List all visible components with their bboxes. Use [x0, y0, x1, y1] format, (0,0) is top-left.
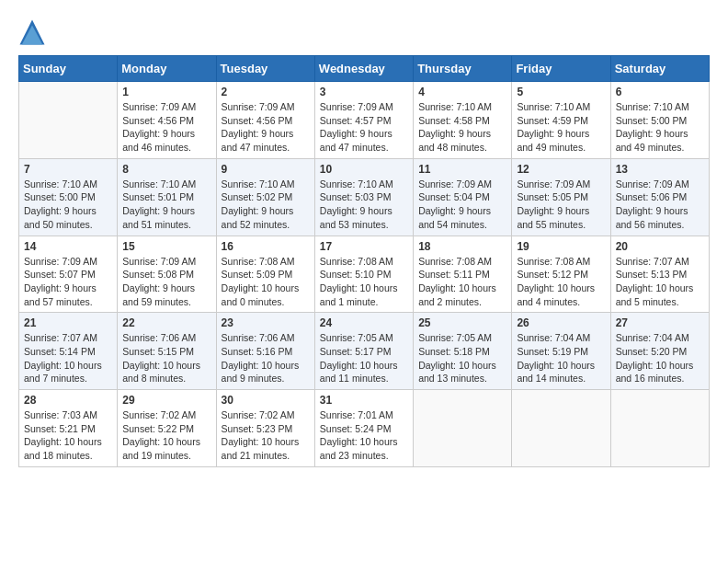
- calendar-cell: 20Sunrise: 7:07 AM Sunset: 5:13 PM Dayli…: [610, 236, 709, 313]
- header-thursday: Thursday: [414, 56, 512, 82]
- day-number: 25: [418, 316, 506, 329]
- calendar-cell: [610, 390, 709, 467]
- calendar-cell: 19Sunrise: 7:08 AM Sunset: 5:12 PM Dayli…: [512, 236, 610, 313]
- calendar-table: SundayMondayTuesdayWednesdayThursdayFrid…: [18, 55, 710, 467]
- day-info: Sunrise: 7:01 AM Sunset: 5:24 PM Dayligh…: [320, 408, 408, 463]
- calendar-cell: 17Sunrise: 7:08 AM Sunset: 5:10 PM Dayli…: [314, 236, 413, 313]
- day-info: Sunrise: 7:10 AM Sunset: 4:59 PM Dayligh…: [517, 100, 605, 155]
- day-info: Sunrise: 7:02 AM Sunset: 5:22 PM Dayligh…: [122, 408, 210, 463]
- day-number: 7: [24, 163, 112, 176]
- calendar-header-row: SundayMondayTuesdayWednesdayThursdayFrid…: [19, 56, 710, 82]
- calendar-cell: 26Sunrise: 7:04 AM Sunset: 5:19 PM Dayli…: [512, 313, 610, 390]
- day-number: 15: [122, 240, 210, 253]
- day-info: Sunrise: 7:05 AM Sunset: 5:17 PM Dayligh…: [320, 331, 408, 385]
- header-monday: Monday: [118, 56, 216, 82]
- calendar-cell: 5Sunrise: 7:10 AM Sunset: 4:59 PM Daylig…: [512, 82, 610, 159]
- header-saturday: Saturday: [610, 56, 709, 82]
- day-number: 17: [320, 240, 408, 253]
- day-info: Sunrise: 7:06 AM Sunset: 5:15 PM Dayligh…: [122, 331, 210, 385]
- day-info: Sunrise: 7:09 AM Sunset: 5:05 PM Dayligh…: [517, 178, 605, 232]
- day-info: Sunrise: 7:08 AM Sunset: 5:09 PM Dayligh…: [222, 255, 310, 309]
- calendar-cell: 7Sunrise: 7:10 AM Sunset: 5:00 PM Daylig…: [19, 158, 118, 236]
- calendar-cell: 18Sunrise: 7:08 AM Sunset: 5:11 PM Dayli…: [414, 236, 512, 313]
- day-info: Sunrise: 7:04 AM Sunset: 5:19 PM Dayligh…: [517, 331, 605, 385]
- header-sunday: Sunday: [19, 56, 118, 82]
- day-number: 21: [24, 316, 112, 329]
- day-number: 28: [24, 394, 112, 407]
- calendar-cell: 8Sunrise: 7:10 AM Sunset: 5:01 PM Daylig…: [118, 158, 216, 236]
- day-info: Sunrise: 7:06 AM Sunset: 5:16 PM Dayligh…: [222, 331, 310, 385]
- day-number: 29: [122, 394, 210, 407]
- calendar-cell: [414, 390, 512, 467]
- day-info: Sunrise: 7:07 AM Sunset: 5:14 PM Dayligh…: [24, 331, 112, 385]
- calendar-week-row: 1Sunrise: 7:09 AM Sunset: 4:56 PM Daylig…: [19, 82, 710, 159]
- calendar-cell: [512, 390, 610, 467]
- day-number: 3: [320, 86, 408, 98]
- calendar-cell: 14Sunrise: 7:09 AM Sunset: 5:07 PM Dayli…: [19, 236, 118, 313]
- header-tuesday: Tuesday: [216, 56, 314, 82]
- calendar-cell: 31Sunrise: 7:01 AM Sunset: 5:24 PM Dayli…: [314, 390, 413, 467]
- day-number: 13: [616, 163, 704, 176]
- day-number: 23: [222, 316, 310, 329]
- calendar-cell: 10Sunrise: 7:10 AM Sunset: 5:03 PM Dayli…: [314, 158, 413, 236]
- day-info: Sunrise: 7:10 AM Sunset: 5:02 PM Dayligh…: [222, 178, 310, 232]
- day-info: Sunrise: 7:08 AM Sunset: 5:12 PM Dayligh…: [517, 255, 605, 309]
- day-info: Sunrise: 7:09 AM Sunset: 5:08 PM Dayligh…: [122, 255, 210, 309]
- calendar-cell: 11Sunrise: 7:09 AM Sunset: 5:04 PM Dayli…: [414, 158, 512, 236]
- day-number: 31: [320, 394, 408, 407]
- calendar-cell: 29Sunrise: 7:02 AM Sunset: 5:22 PM Dayli…: [118, 390, 216, 467]
- calendar-cell: 23Sunrise: 7:06 AM Sunset: 5:16 PM Dayli…: [216, 313, 314, 390]
- day-info: Sunrise: 7:09 AM Sunset: 4:56 PM Dayligh…: [222, 100, 310, 155]
- day-number: 4: [418, 86, 506, 98]
- day-info: Sunrise: 7:10 AM Sunset: 5:01 PM Dayligh…: [122, 178, 210, 232]
- day-info: Sunrise: 7:10 AM Sunset: 5:03 PM Dayligh…: [320, 178, 408, 232]
- calendar-cell: [19, 82, 118, 159]
- day-info: Sunrise: 7:10 AM Sunset: 4:58 PM Dayligh…: [418, 100, 506, 155]
- logo: [18, 18, 50, 46]
- day-info: Sunrise: 7:02 AM Sunset: 5:23 PM Dayligh…: [222, 408, 310, 463]
- day-number: 2: [222, 86, 310, 98]
- header-wednesday: Wednesday: [314, 56, 413, 82]
- calendar-cell: 21Sunrise: 7:07 AM Sunset: 5:14 PM Dayli…: [19, 313, 118, 390]
- day-number: 27: [616, 316, 704, 329]
- day-info: Sunrise: 7:09 AM Sunset: 5:04 PM Dayligh…: [418, 178, 506, 232]
- day-number: 20: [616, 240, 704, 253]
- calendar-week-row: 7Sunrise: 7:10 AM Sunset: 5:00 PM Daylig…: [19, 158, 710, 236]
- page-header: [18, 18, 710, 46]
- calendar-week-row: 21Sunrise: 7:07 AM Sunset: 5:14 PM Dayli…: [19, 313, 710, 390]
- day-number: 1: [122, 86, 210, 98]
- calendar-cell: 3Sunrise: 7:09 AM Sunset: 4:57 PM Daylig…: [314, 82, 413, 159]
- calendar-week-row: 28Sunrise: 7:03 AM Sunset: 5:21 PM Dayli…: [19, 390, 710, 467]
- day-number: 19: [517, 240, 605, 253]
- calendar-cell: 16Sunrise: 7:08 AM Sunset: 5:09 PM Dayli…: [216, 236, 314, 313]
- calendar-cell: 1Sunrise: 7:09 AM Sunset: 4:56 PM Daylig…: [118, 82, 216, 159]
- calendar-cell: 9Sunrise: 7:10 AM Sunset: 5:02 PM Daylig…: [216, 158, 314, 236]
- calendar-cell: 22Sunrise: 7:06 AM Sunset: 5:15 PM Dayli…: [118, 313, 216, 390]
- day-number: 26: [517, 316, 605, 329]
- day-number: 9: [222, 163, 310, 176]
- day-number: 24: [320, 316, 408, 329]
- header-friday: Friday: [512, 56, 610, 82]
- day-info: Sunrise: 7:03 AM Sunset: 5:21 PM Dayligh…: [24, 408, 112, 463]
- day-number: 30: [222, 394, 310, 407]
- day-info: Sunrise: 7:04 AM Sunset: 5:20 PM Dayligh…: [616, 331, 704, 385]
- calendar-cell: 15Sunrise: 7:09 AM Sunset: 5:08 PM Dayli…: [118, 236, 216, 313]
- day-info: Sunrise: 7:08 AM Sunset: 5:11 PM Dayligh…: [418, 255, 506, 309]
- calendar-cell: 12Sunrise: 7:09 AM Sunset: 5:05 PM Dayli…: [512, 158, 610, 236]
- calendar-cell: 28Sunrise: 7:03 AM Sunset: 5:21 PM Dayli…: [19, 390, 118, 467]
- calendar-cell: 25Sunrise: 7:05 AM Sunset: 5:18 PM Dayli…: [414, 313, 512, 390]
- day-info: Sunrise: 7:09 AM Sunset: 5:06 PM Dayligh…: [616, 178, 704, 232]
- calendar-cell: 4Sunrise: 7:10 AM Sunset: 4:58 PM Daylig…: [414, 82, 512, 159]
- calendar-cell: 13Sunrise: 7:09 AM Sunset: 5:06 PM Dayli…: [610, 158, 709, 236]
- calendar-cell: 30Sunrise: 7:02 AM Sunset: 5:23 PM Dayli…: [216, 390, 314, 467]
- calendar-cell: 6Sunrise: 7:10 AM Sunset: 5:00 PM Daylig…: [610, 82, 709, 159]
- day-number: 11: [418, 163, 506, 176]
- day-info: Sunrise: 7:10 AM Sunset: 5:00 PM Dayligh…: [616, 100, 704, 155]
- day-info: Sunrise: 7:10 AM Sunset: 5:00 PM Dayligh…: [24, 178, 112, 232]
- day-number: 18: [418, 240, 506, 253]
- day-number: 14: [24, 240, 112, 253]
- day-info: Sunrise: 7:09 AM Sunset: 4:56 PM Dayligh…: [122, 100, 210, 155]
- day-number: 8: [122, 163, 210, 176]
- day-info: Sunrise: 7:09 AM Sunset: 4:57 PM Dayligh…: [320, 100, 408, 155]
- day-number: 6: [616, 86, 704, 98]
